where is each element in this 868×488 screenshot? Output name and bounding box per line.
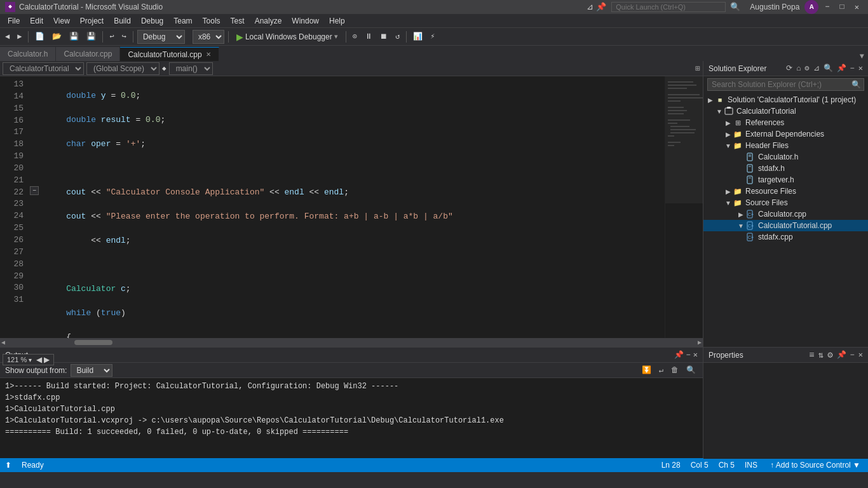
- tab-overflow-button[interactable]: ▼: [856, 52, 868, 61]
- prop-pin-icon[interactable]: 📌: [837, 350, 846, 360]
- hscroll-thumb[interactable]: [74, 340, 112, 345]
- menu-build[interactable]: Build: [109, 15, 136, 27]
- toolbar-breakpoint-icon[interactable]: ⊙: [350, 30, 360, 43]
- se-header-files-node[interactable]: ▼ 📁 Header Files: [703, 140, 868, 151]
- toolbar-stop-icon[interactable]: ⏹: [377, 30, 390, 43]
- se-calculatortutorial-cpp-node[interactable]: ▼ C+ CalculatorTutorial.cpp: [703, 220, 868, 231]
- platform-dropdown[interactable]: x86 x64: [193, 30, 224, 44]
- menu-file[interactable]: File: [3, 15, 25, 27]
- fold-indicator[interactable]: −: [30, 186, 39, 195]
- se-filter-icon[interactable]: ⊿: [813, 64, 820, 73]
- output-close-icon[interactable]: ✕: [693, 350, 698, 360]
- se-calculator-cpp-node[interactable]: ▶ C+ Calculator.cpp: [703, 208, 868, 220]
- menu-help[interactable]: Help: [324, 15, 350, 27]
- toolbar-perf-icon[interactable]: 📊: [410, 30, 425, 43]
- run-button[interactable]: ▶ Local Windows Debugger ▾: [233, 30, 342, 43]
- toolbar-forward-icon[interactable]: ▶: [15, 30, 24, 43]
- toolbar-back-icon[interactable]: ◀: [3, 30, 12, 43]
- symbol-dropdown[interactable]: main(): [169, 62, 213, 75]
- menu-project[interactable]: Project: [75, 15, 109, 27]
- se-project-node[interactable]: ▼ CalculatorTutorial: [703, 105, 868, 117]
- code-hscroll[interactable]: ◀ ▶: [0, 338, 703, 347]
- se-tree: ▶ ■ Solution 'CalculatorTutorial' (1 pro…: [703, 93, 868, 347]
- source-control-right[interactable]: ↑ Add to Source Control ▼: [763, 461, 868, 470]
- code-line-16: [41, 162, 665, 174]
- se-pin-icon[interactable]: 📌: [837, 64, 846, 73]
- output-find-icon[interactable]: 🔍: [684, 365, 698, 375]
- quick-launch-input[interactable]: [611, 2, 726, 12]
- status-col: Col 5: [686, 461, 714, 470]
- search-icon[interactable]: 🔍: [728, 2, 742, 12]
- menu-test[interactable]: Test: [226, 15, 250, 27]
- prop-settings-icon[interactable]: ⚙: [827, 349, 832, 360]
- se-calculator-h-node[interactable]: ▶ Calculator.h: [703, 151, 868, 163]
- se-sync-icon[interactable]: ⟳: [786, 64, 792, 73]
- tab-close-icon[interactable]: ✕: [206, 51, 211, 58]
- se-external-deps-node[interactable]: ▶ 📁 External Dependencies: [703, 128, 868, 140]
- status-ch: Ch 5: [714, 461, 740, 470]
- output-content[interactable]: 1>------ Build started: Project: Calcula…: [0, 378, 703, 458]
- solution-explorer-panel: Solution Explorer ⟳ ⌂ ⚙ ⊿ 🔍 📌 − ✕ 🔍 ▶: [703, 61, 868, 347]
- prop-collapse-icon[interactable]: −: [850, 351, 855, 360]
- se-references-node[interactable]: ▶ ⊞ References: [703, 117, 868, 128]
- toolbar-undo-icon[interactable]: ↩: [107, 30, 116, 43]
- se-close-icon[interactable]: ✕: [858, 64, 863, 73]
- menu-view[interactable]: View: [48, 15, 75, 27]
- context-dropdown[interactable]: (Global Scope): [86, 62, 159, 75]
- tab-calculatortutorial-cpp[interactable]: CalculatorTutorial.cpp ✕: [120, 47, 219, 61]
- solution-icon: ■: [715, 95, 725, 105]
- tab-calculator-cpp[interactable]: Calculator.cpp: [56, 47, 120, 61]
- se-header: Solution Explorer ⟳ ⌂ ⚙ ⊿ 🔍 📌 − ✕: [703, 61, 868, 76]
- prop-close-icon[interactable]: ✕: [858, 350, 863, 360]
- hscroll-track[interactable]: [5, 340, 698, 345]
- source-control-left-icon[interactable]: ⬆: [0, 461, 17, 470]
- output-source-dropdown[interactable]: Build Debug: [71, 364, 112, 377]
- se-collapse-icon[interactable]: −: [850, 64, 855, 73]
- hscroll-right-btn[interactable]: ▶: [698, 339, 702, 346]
- close-button[interactable]: ✕: [851, 3, 863, 12]
- prop-sort-icon[interactable]: ⇅: [818, 349, 824, 360]
- se-search-icon[interactable]: 🔍: [824, 64, 833, 73]
- se-source-files-node[interactable]: ▼ 📁 Source Files: [703, 197, 868, 208]
- toolbar-redo-icon[interactable]: ↪: [119, 30, 129, 43]
- menu-team[interactable]: Team: [168, 15, 197, 27]
- toolbar-diag-icon[interactable]: ⚡: [428, 30, 437, 43]
- toolbar-pause-icon[interactable]: ⏸: [362, 30, 375, 43]
- toolbar-save-icon[interactable]: 💾: [67, 30, 81, 43]
- toolbar-restart-icon[interactable]: ↺: [393, 30, 402, 43]
- se-targetver-h-node[interactable]: ▶ targetver.h: [703, 174, 868, 186]
- source-files-icon: 📁: [733, 198, 743, 208]
- se-solution-node[interactable]: ▶ ■ Solution 'CalculatorTutorial' (1 pro…: [703, 94, 868, 105]
- se-resource-files-node[interactable]: ▶ 📁 Resource Files: [703, 186, 868, 197]
- se-stdafx-cpp-node[interactable]: ▶ C+ stdafx.cpp: [703, 231, 868, 243]
- code-text[interactable]: double y = 0.0; double result = 0.0; cha…: [41, 76, 665, 338]
- se-search-input[interactable]: [708, 79, 849, 90]
- se-search-magnifier-icon: 🔍: [849, 80, 864, 90]
- se-settings-icon[interactable]: ⚙: [804, 64, 809, 73]
- se-home-icon[interactable]: ⌂: [796, 64, 801, 73]
- output-clear-icon[interactable]: 🗑: [669, 365, 681, 375]
- menu-tools[interactable]: Tools: [198, 15, 226, 27]
- menu-edit[interactable]: Edit: [25, 15, 48, 27]
- output-scroll-end-icon[interactable]: ⏬: [640, 365, 653, 375]
- output-word-wrap-icon[interactable]: ↵: [657, 365, 665, 375]
- tab-calculator-h[interactable]: Calculator.h: [0, 47, 56, 61]
- minimize-button[interactable]: −: [821, 3, 833, 11]
- toolbar-new-icon[interactable]: 📄: [32, 30, 47, 43]
- menu-analyze[interactable]: Analyze: [250, 15, 287, 27]
- output-collapse-icon[interactable]: −: [686, 351, 691, 360]
- output-pin-icon[interactable]: 📌: [674, 350, 684, 360]
- status-bar-left: ⬆ Ready: [0, 461, 49, 470]
- toolbar: ◀ ▶ 📄 📂 💾 💾 ↩ ↪ Debug Release x86 x64 ▶ …: [0, 28, 868, 46]
- toolbar-open-icon[interactable]: 📂: [50, 30, 64, 43]
- prop-list-icon[interactable]: ≡: [809, 350, 814, 360]
- debug-config-dropdown[interactable]: Debug Release: [137, 30, 185, 44]
- tab-bar: Calculator.h Calculator.cpp CalculatorTu…: [0, 46, 868, 61]
- menu-debug[interactable]: Debug: [136, 15, 168, 27]
- se-stdafx-h-node[interactable]: ▶ stdafx.h: [703, 163, 868, 174]
- maximize-button[interactable]: □: [836, 3, 848, 11]
- toolbar-saveall-icon[interactable]: 💾: [84, 30, 98, 43]
- scope-dropdown[interactable]: CalculatorTutorial: [3, 62, 84, 75]
- menu-window[interactable]: Window: [287, 15, 324, 27]
- code-nav-expand-icon[interactable]: ⊞: [695, 64, 700, 74]
